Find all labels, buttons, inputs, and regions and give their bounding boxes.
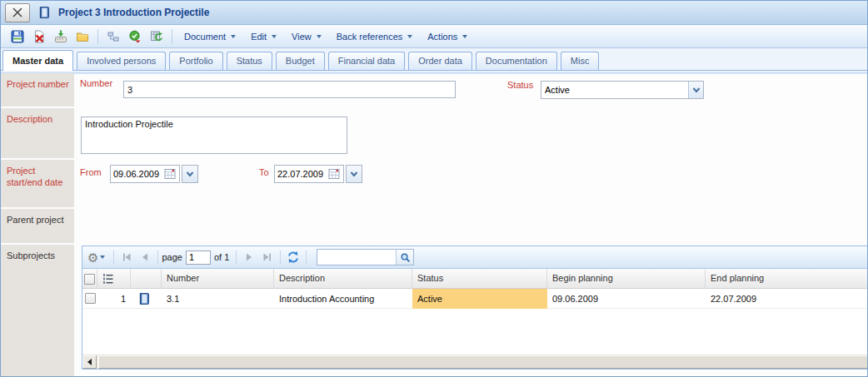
tab-status[interactable]: Status <box>227 52 272 70</box>
grid-toolbar-separator <box>113 251 114 264</box>
row-end-planning-cell: 22.07.2009 <box>706 289 868 309</box>
menu-document[interactable]: Document <box>177 28 243 45</box>
column-header-description[interactable]: Description <box>274 269 412 289</box>
grid-toolbar-separator <box>306 251 307 264</box>
to-date-input[interactable] <box>275 167 327 181</box>
scroll-left-button[interactable] <box>82 355 97 369</box>
last-page-button[interactable] <box>258 249 277 265</box>
title-bar: Project 3 Introduction Projectile <box>1 1 867 25</box>
to-calendar-button[interactable] <box>327 166 342 182</box>
table-refresh-icon <box>150 30 163 43</box>
status-label: Status <box>507 80 533 90</box>
row-number-header-cell <box>97 269 131 289</box>
row-type-cell <box>131 289 162 309</box>
menu-actions[interactable]: Actions <box>420 28 475 45</box>
sidebar-item-description: Description <box>1 108 74 158</box>
table-row[interactable]: 1 3.1 Introduction Accounting Active 09.… <box>82 289 868 309</box>
type-icon-header-cell <box>131 269 162 289</box>
from-calendar-button[interactable] <box>162 166 177 182</box>
import-button[interactable] <box>50 27 72 46</box>
tab-strip: Master data Involved persons Portfolio S… <box>1 48 867 71</box>
save-button[interactable] <box>7 27 28 46</box>
from-date-input[interactable] <box>111 167 162 181</box>
number-input[interactable] <box>123 81 456 98</box>
description-textarea[interactable]: Introduction Projectile <box>81 117 347 154</box>
close-button[interactable] <box>5 3 30 22</box>
toolbar-separator <box>97 29 98 44</box>
row-description-cell: Introduction Accounting <box>274 289 412 309</box>
refresh-button[interactable] <box>284 249 302 265</box>
main-toolbar: Document Edit View Back references Actio… <box>1 25 867 48</box>
recalculate-button[interactable] <box>146 27 167 46</box>
grid-toolbar: ⚙ page of 1 <box>82 246 868 269</box>
open-folder-button[interactable] <box>72 27 93 46</box>
status-combo-trigger[interactable] <box>688 82 703 98</box>
menu-view[interactable]: View <box>284 28 329 45</box>
calendar-icon <box>164 168 176 180</box>
column-header-number[interactable]: Number <box>162 269 274 289</box>
row-number-cell: 1 <box>97 289 131 309</box>
row-number-value-cell: 3.1 <box>162 289 274 309</box>
delete-document-icon <box>32 30 46 43</box>
project-book-icon <box>37 6 51 19</box>
previous-page-button[interactable] <box>136 249 154 265</box>
chevron-down-icon <box>692 87 701 93</box>
search-icon <box>400 252 411 263</box>
menu-edit[interactable]: Edit <box>243 28 284 45</box>
page-count-label: of 1 <box>214 252 229 262</box>
check-circle-icon <box>128 30 142 43</box>
menu-back-references[interactable]: Back references <box>329 28 420 45</box>
folder-open-icon <box>76 30 89 43</box>
grid-toolbar-separator <box>236 251 237 264</box>
from-label: From <box>80 167 102 177</box>
grid-search-input[interactable] <box>317 250 396 265</box>
grid-search <box>317 249 414 265</box>
select-all-checkbox[interactable] <box>84 274 95 285</box>
tab-involved-persons[interactable]: Involved persons <box>77 52 166 70</box>
tab-documentation[interactable]: Documentation <box>476 52 557 70</box>
first-page-button[interactable] <box>117 249 136 265</box>
last-page-icon <box>262 251 273 263</box>
calendar-icon <box>328 168 340 180</box>
menu-back-references-label: Back references <box>337 32 402 42</box>
grid-toolbar-separator <box>157 251 158 264</box>
to-date-field[interactable] <box>274 165 344 183</box>
chevron-down-icon <box>186 171 194 177</box>
tab-portfolio[interactable]: Portfolio <box>169 52 222 70</box>
delete-button[interactable] <box>28 27 50 46</box>
row-checkbox[interactable] <box>85 293 96 304</box>
scrollbar-thumb[interactable] <box>98 355 868 369</box>
refresh-icon <box>287 251 300 264</box>
page-number-input[interactable] <box>186 251 211 265</box>
save-icon <box>11 30 24 43</box>
page-label: page <box>162 252 182 262</box>
gear-icon: ⚙ <box>87 251 98 264</box>
grid-settings-button[interactable]: ⚙ <box>87 251 105 264</box>
tab-order-data[interactable]: Order data <box>408 52 472 70</box>
hierarchy-button[interactable] <box>102 27 124 46</box>
grid-search-button[interactable] <box>396 250 413 265</box>
column-header-status[interactable]: Status <box>412 269 547 289</box>
status-combo[interactable] <box>541 81 704 99</box>
complete-button[interactable] <box>124 27 146 46</box>
subprojects-grid: ⚙ page of 1 <box>82 246 868 370</box>
status-combo-input[interactable] <box>541 82 688 98</box>
from-date-field[interactable] <box>110 165 180 183</box>
tab-financial-data[interactable]: Financial data <box>328 52 406 70</box>
grid-header-row: Number Description Status Begin planning… <box>82 269 868 289</box>
chevron-down-icon <box>350 171 358 177</box>
grid-toolbar-separator <box>280 251 281 264</box>
from-date-dropdown-button[interactable] <box>182 165 198 183</box>
application-window: Project 3 Introduction Projectile <box>0 0 868 377</box>
tab-budget[interactable]: Budget <box>276 52 325 70</box>
chevron-down-icon <box>231 35 236 38</box>
toolbar-separator <box>172 29 172 44</box>
next-page-button[interactable] <box>240 249 258 265</box>
tab-misc[interactable]: Misc <box>561 52 600 70</box>
column-header-begin-planning[interactable]: Begin planning <box>547 269 706 289</box>
tab-master-data[interactable]: Master data <box>2 50 73 71</box>
to-date-dropdown-button[interactable] <box>346 165 362 183</box>
column-header-end-planning[interactable]: End planning <box>706 269 868 289</box>
menu-actions-label: Actions <box>427 32 457 42</box>
horizontal-scrollbar <box>82 355 868 369</box>
